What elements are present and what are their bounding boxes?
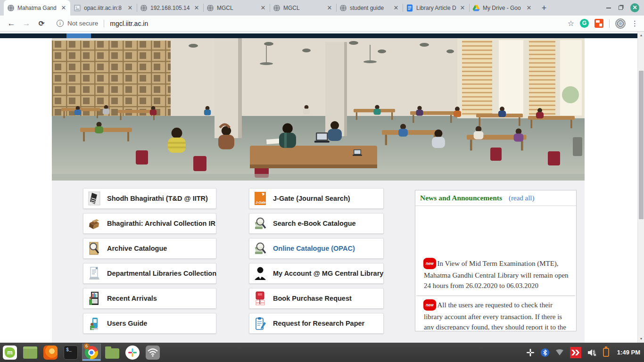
tab-close-icon[interactable]: ✕ bbox=[60, 4, 67, 11]
window-icon bbox=[23, 346, 37, 359]
mint-logo-icon: m bbox=[5, 347, 15, 358]
minimize-button[interactable] bbox=[606, 8, 611, 8]
firefox-launcher-icon[interactable] bbox=[43, 346, 58, 360]
link-my-account[interactable]: My Account @ MG Central Library bbox=[249, 263, 384, 284]
wifi-tray-icon[interactable] bbox=[555, 349, 564, 356]
tab-student-guide[interactable]: student guide ✕ bbox=[336, 0, 403, 16]
reload-button[interactable]: ⟳ bbox=[35, 17, 48, 30]
taskbar: m $_ 6 1:49 PM bbox=[0, 343, 644, 362]
chrome-menu-icon[interactable]: ⋮ bbox=[631, 19, 638, 28]
tab-close-icon[interactable]: ✕ bbox=[326, 4, 333, 11]
news-announcements-panel: News and Announcements (read all) newIn … bbox=[415, 190, 577, 331]
mint-menu-button[interactable]: m bbox=[3, 346, 17, 360]
url-text[interactable]: mgcl.iitr.ac.in bbox=[110, 20, 148, 27]
new-badge-icon: new bbox=[424, 258, 436, 269]
battery-tray-icon[interactable] bbox=[603, 348, 609, 357]
anydesk-tray-icon[interactable] bbox=[570, 347, 581, 358]
link-bhagirathi-archival[interactable]: Bhagirathi: Archival Collection IR bbox=[83, 213, 216, 234]
tab-mahatma-gandhi-library[interactable]: Mahatma Gand ✕ bbox=[4, 0, 70, 16]
slack-launcher[interactable] bbox=[125, 346, 140, 360]
address-bar[interactable]: i Not secure mgcl.iitr.ac.in bbox=[50, 17, 566, 30]
link-jgate[interactable]: J-Gate J-Gate (Journal Search) bbox=[249, 188, 384, 209]
tab-close-icon[interactable]: ✕ bbox=[459, 4, 466, 11]
terminal-launcher-icon[interactable]: $_ bbox=[64, 346, 78, 360]
back-button[interactable]: ← bbox=[5, 17, 18, 30]
link-research-paper-request[interactable]: Request for Research Paper bbox=[249, 313, 384, 334]
link-users-guide[interactable]: Users Guide bbox=[83, 313, 216, 334]
link-book-purchase[interactable]: Book Purchase Request bbox=[249, 288, 384, 309]
news-item-text: In View of Mid Term Examination (MTE), M… bbox=[424, 260, 569, 289]
tab-close-icon[interactable]: ✕ bbox=[193, 4, 200, 11]
tab-my-drive[interactable]: My Drive - Goo ✕ bbox=[469, 0, 536, 16]
google-drive-favicon bbox=[472, 4, 480, 12]
orange-extension-icon[interactable] bbox=[594, 19, 603, 28]
quick-links-section: Shodh Bhagirathi (T&D @ IITR) Bhagirathi… bbox=[52, 181, 585, 343]
window-controls: ✕ bbox=[606, 0, 639, 16]
tab-close-icon[interactable]: ✕ bbox=[526, 4, 532, 11]
news-item: newAll the users are requested to check … bbox=[416, 296, 575, 330]
link-label: My Account @ MG Central Library bbox=[273, 270, 383, 277]
quick-links-column-left: Shodh Bhagirathi (T&D @ IITR) Bhagirathi… bbox=[83, 188, 216, 338]
system-tray: 1:49 PM bbox=[526, 343, 640, 362]
navbar-active-item[interactable] bbox=[66, 33, 91, 38]
archive-box-icon bbox=[88, 216, 100, 230]
clipboard-pencil-icon bbox=[254, 316, 266, 330]
chrome-window-count-badge: 6 bbox=[83, 343, 90, 349]
thesis-book-icon bbox=[88, 191, 100, 206]
tab-title: MGCL bbox=[283, 5, 323, 11]
link-label: Departmental Libraries Collection bbox=[107, 270, 216, 277]
library-photo-illustration bbox=[52, 38, 585, 181]
volume-muted-tray-icon[interactable] bbox=[587, 348, 597, 357]
globe-favicon bbox=[7, 4, 15, 12]
chrome-taskbar-item[interactable]: 6 bbox=[82, 344, 101, 361]
link-label: Search e-Book Catalogue bbox=[273, 220, 356, 227]
link-archive-catalogue[interactable]: Archive Catalogue bbox=[83, 238, 216, 259]
tab-close-icon[interactable]: ✕ bbox=[260, 4, 266, 11]
security-status[interactable]: Not secure bbox=[67, 20, 98, 27]
scroll-down-arrow[interactable]: ▼ bbox=[638, 336, 644, 342]
slack-tray-icon[interactable] bbox=[526, 348, 535, 357]
tab-title: Library Article D bbox=[416, 5, 456, 11]
restore-button[interactable] bbox=[619, 6, 623, 10]
document-magnifier-icon bbox=[88, 241, 100, 255]
iitr-profile-badge[interactable] bbox=[615, 18, 626, 29]
grammarly-extension-icon[interactable]: G bbox=[580, 19, 589, 28]
tab-close-icon[interactable]: ✕ bbox=[393, 4, 399, 11]
page-scrollbar[interactable]: ▲ ▼ bbox=[637, 32, 644, 343]
tab-library-article[interactable]: Library Article D ✕ bbox=[403, 0, 469, 16]
folder-icon bbox=[105, 348, 119, 359]
tab-title: My Drive - Goo bbox=[483, 5, 523, 11]
tab-opac[interactable]: opac.iitr.ac.in:8 ✕ bbox=[70, 0, 137, 16]
tab-mgcl-1[interactable]: MGCL ✕ bbox=[203, 0, 270, 16]
page-info-icon[interactable]: i bbox=[57, 20, 64, 27]
tab-ip-address[interactable]: 192.168.105.14 ✕ bbox=[137, 0, 203, 16]
link-shodh-bhagirathi[interactable]: Shodh Bhagirathi (T&D @ IITR) bbox=[83, 188, 216, 209]
scroll-up-arrow[interactable]: ▲ bbox=[638, 32, 644, 39]
link-opac[interactable]: Online Catalogue (OPAC) bbox=[249, 238, 384, 259]
scrollbar-thumb[interactable] bbox=[639, 71, 644, 219]
person-silhouette-icon bbox=[254, 266, 266, 280]
bluetooth-tray-icon[interactable] bbox=[541, 348, 549, 357]
show-desktop-button[interactable] bbox=[23, 346, 37, 360]
taskbar-clock[interactable]: 1:49 PM bbox=[615, 349, 640, 356]
tab-mgcl-2[interactable]: MGCL ✕ bbox=[270, 0, 336, 16]
network-launcher[interactable] bbox=[146, 346, 160, 360]
link-label: Online Catalogue (OPAC) bbox=[273, 245, 355, 252]
news-item: newIn View of Mid Term Examination (MTE)… bbox=[416, 206, 575, 296]
news-header: News and Announcements (read all) bbox=[415, 190, 576, 206]
link-recent-arrivals[interactable]: Recent Arrivals bbox=[83, 288, 216, 309]
news-read-all-link[interactable]: (read all) bbox=[509, 194, 535, 202]
red-book-icon bbox=[254, 291, 266, 305]
link-ebook-catalogue[interactable]: Search e-Book Catalogue bbox=[249, 213, 384, 234]
new-tab-button[interactable]: + bbox=[537, 1, 551, 15]
close-window-button[interactable]: ✕ bbox=[630, 3, 639, 12]
link-label: Book Purchase Request bbox=[273, 295, 352, 302]
browser-tab-strip: Mahatma Gand ✕ opac.iitr.ac.in:8 ✕ 192.1… bbox=[0, 0, 644, 16]
bookmark-star-icon[interactable]: ☆ bbox=[568, 19, 574, 28]
svg-text:J-Gate: J-Gate bbox=[256, 201, 266, 204]
forward-button[interactable]: → bbox=[20, 17, 33, 30]
tab-close-icon[interactable]: ✕ bbox=[127, 4, 133, 11]
link-departmental-libraries[interactable]: Departmental Libraries Collection bbox=[83, 263, 216, 284]
link-label: Bhagirathi: Archival Collection IR bbox=[107, 220, 215, 227]
file-manager-launcher[interactable] bbox=[105, 346, 119, 360]
